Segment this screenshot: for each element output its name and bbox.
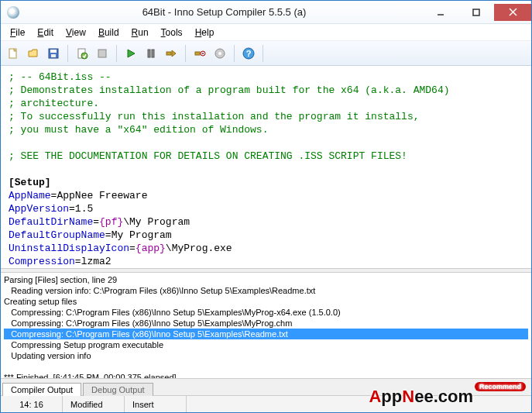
new-icon[interactable] — [4, 44, 22, 63]
window-title: 64Bit - Inno Setup Compiler 5.5.5 (a) — [26, 6, 423, 18]
menu-run[interactable]: Run — [125, 26, 155, 40]
app-icon — [7, 6, 19, 19]
output-pane[interactable]: Parsing [Files] section, line 29 Reading… — [1, 273, 531, 378]
window-buttons — [423, 4, 531, 21]
tab-compiler-output[interactable]: Compiler Output — [2, 383, 81, 396]
toolbar-separator — [234, 45, 235, 62]
svg-rect-14 — [195, 52, 200, 55]
menu-view[interactable]: View — [60, 26, 92, 40]
minimize-button[interactable] — [423, 4, 458, 21]
toolbar: ? — [1, 41, 531, 66]
stop-icon[interactable] — [93, 44, 112, 63]
compile-icon[interactable] — [73, 44, 91, 63]
statusbar: 14: 16 Modified Insert — [1, 395, 531, 412]
svg-rect-11 — [148, 50, 150, 57]
options-icon[interactable] — [211, 44, 229, 63]
pause-icon[interactable] — [142, 44, 160, 63]
svg-rect-12 — [152, 50, 154, 57]
menubar: FileEditViewBuildRunToolsHelp — [1, 24, 531, 41]
target-icon[interactable] — [190, 44, 209, 63]
app-window: 64Bit - Inno Setup Compiler 5.5.5 (a) Fi… — [0, 0, 532, 413]
svg-rect-7 — [51, 54, 56, 57]
svg-text:?: ? — [246, 49, 252, 58]
menu-edit[interactable]: Edit — [31, 26, 60, 40]
menu-tools[interactable]: Tools — [155, 26, 189, 40]
svg-rect-13 — [166, 52, 171, 55]
svg-rect-6 — [50, 50, 57, 53]
toolbar-separator — [263, 45, 263, 62]
code-editor[interactable]: ; -- 64Bit.iss -- ; Demonstrates install… — [1, 66, 531, 268]
svg-rect-1 — [473, 9, 479, 15]
status-insert: Insert — [125, 396, 187, 412]
open-icon[interactable] — [24, 44, 43, 63]
step-icon[interactable] — [162, 44, 180, 63]
status-spacer — [187, 396, 531, 412]
maximize-button[interactable] — [458, 4, 494, 21]
svg-point-16 — [202, 53, 204, 54]
toolbar-separator — [116, 45, 117, 62]
svg-rect-10 — [98, 50, 106, 57]
menu-help[interactable]: Help — [189, 26, 221, 40]
svg-point-18 — [218, 52, 221, 55]
save-icon[interactable] — [44, 44, 63, 63]
menu-build[interactable]: Build — [92, 26, 125, 40]
status-position: 14: 16 — [1, 396, 63, 412]
close-button[interactable] — [494, 4, 531, 21]
toolbar-separator — [67, 45, 68, 62]
status-modified: Modified — [63, 396, 125, 412]
run-icon[interactable] — [122, 44, 140, 63]
tab-debug-output[interactable]: Debug Output — [83, 383, 153, 396]
output-tabs: Compiler OutputDebug Output — [1, 378, 531, 395]
help-icon[interactable]: ? — [239, 44, 258, 63]
titlebar: 64Bit - Inno Setup Compiler 5.5.5 (a) — [1, 1, 531, 24]
menu-file[interactable]: File — [4, 26, 31, 40]
toolbar-separator — [185, 45, 186, 62]
